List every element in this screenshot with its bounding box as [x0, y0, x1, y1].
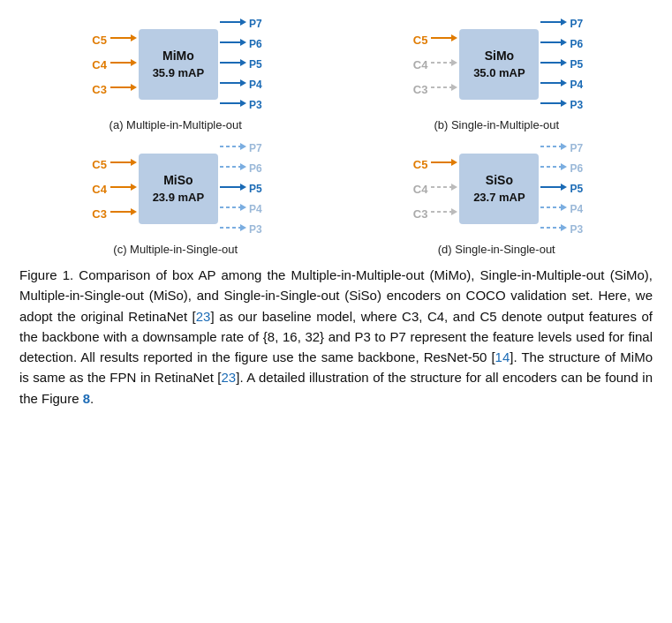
- output-label: P7: [570, 18, 583, 30]
- blue-arrow-icon: [220, 181, 246, 197]
- diagram-simo-wrapper: C5 C4 C3 SiMo35.0 mAP P7 P6 P5 P4 P3: [410, 16, 583, 113]
- input-row: C5: [410, 156, 457, 172]
- svg-marker-45: [240, 204, 246, 211]
- diagram-mimo-outputs: P7 P6 P5 P4 P3: [220, 16, 262, 113]
- input-label: C4: [410, 58, 427, 71]
- input-label: C5: [410, 34, 427, 47]
- svg-marker-43: [240, 184, 246, 191]
- blue-arrow-icon: [540, 181, 567, 197]
- input-label: C3: [89, 83, 107, 96]
- input-row: C4: [89, 56, 137, 72]
- diagram-miso-map: 23.9 mAP: [153, 190, 205, 206]
- input-label: C5: [89, 34, 107, 47]
- diagram-mimo-map: 35.9 mAP: [153, 65, 205, 81]
- input-label: C3: [89, 207, 107, 221]
- orange-arrow-icon: [110, 81, 137, 97]
- diagram-mimo: C5 C4 C3 MiMo35.9 mAP P7 P6 P5 P4 P3(a) …: [19, 16, 332, 131]
- output-label: P3: [249, 223, 262, 236]
- reference-link: 14: [495, 349, 510, 364]
- diagram-miso-caption: (c) Multiple-in-Single-out: [113, 243, 238, 256]
- svg-marker-55: [561, 143, 567, 150]
- svg-marker-13: [240, 79, 246, 86]
- svg-marker-57: [561, 163, 567, 170]
- orange-arrow-icon: [110, 181, 137, 197]
- output-label: P6: [570, 162, 583, 175]
- input-row: C3: [89, 81, 137, 97]
- output-label: P7: [249, 18, 262, 30]
- diagram-siso-caption: (d) Single-in-Single-out: [438, 243, 555, 256]
- dashed-arrow-icon: [431, 181, 457, 197]
- figure-paragraph: Figure 1. Comparison of box AP among the…: [19, 265, 653, 409]
- output-label: P7: [570, 142, 583, 154]
- svg-marker-53: [451, 208, 457, 215]
- blue-arrow-icon: [540, 97, 567, 113]
- dashed-blue-arrow-icon: [540, 221, 567, 237]
- svg-marker-39: [240, 143, 246, 150]
- diagram-simo-title: SiMo: [485, 48, 514, 65]
- output-label: P6: [249, 38, 262, 50]
- output-label: P7: [249, 142, 262, 154]
- svg-marker-1: [131, 34, 137, 41]
- output-label: P6: [570, 38, 583, 50]
- svg-marker-41: [240, 163, 246, 170]
- diagram-siso-outputs: P7 P6 P5 P4 P3: [540, 140, 583, 237]
- dashed-blue-arrow-icon: [220, 221, 246, 237]
- diagram-simo-box: SiMo35.0 mAP: [459, 29, 539, 100]
- dashed-arrow-icon: [431, 56, 457, 72]
- output-label: P5: [570, 183, 583, 195]
- input-row: C5: [89, 156, 137, 172]
- svg-marker-37: [131, 208, 137, 215]
- diagram-mimo-box: MiMo35.9 mAP: [139, 29, 218, 100]
- diagram-simo-inputs: C5 C4 C3: [410, 32, 457, 97]
- output-row: P3: [220, 221, 262, 237]
- dashed-blue-arrow-icon: [540, 201, 567, 217]
- svg-marker-7: [240, 19, 246, 26]
- orange-arrow-icon: [110, 156, 137, 172]
- svg-marker-5: [131, 84, 137, 91]
- input-row: C3: [410, 81, 457, 97]
- input-row: C3: [410, 206, 457, 221]
- dashed-blue-arrow-icon: [540, 161, 567, 176]
- svg-marker-29: [561, 79, 567, 86]
- output-label: P4: [249, 203, 262, 215]
- page: C5 C4 C3 MiMo35.9 mAP P7 P6 P5 P4 P3(a) …: [19, 16, 653, 409]
- output-row: P7: [540, 140, 583, 156]
- output-label: P3: [249, 99, 262, 111]
- input-label: C3: [410, 83, 427, 96]
- diagram-siso-wrapper: C5 C4 C3 SiSo23.7 mAP P7 P6 P5 P4 P3: [410, 140, 583, 237]
- svg-marker-23: [561, 19, 567, 26]
- blue-arrow-icon: [220, 36, 246, 52]
- blue-arrow-icon: [540, 16, 567, 32]
- blue-arrow-icon: [220, 77, 246, 93]
- output-row: P4: [540, 77, 583, 93]
- input-label: C5: [89, 158, 107, 171]
- blue-arrow-icon: [540, 77, 567, 93]
- output-label: P4: [249, 79, 262, 91]
- orange-arrow-icon: [110, 206, 137, 221]
- diagram-simo-caption: (b) Single-in-Multiple-out: [434, 118, 559, 131]
- output-row: P5: [540, 56, 583, 72]
- svg-marker-19: [451, 59, 457, 66]
- orange-arrow-icon: [431, 156, 457, 172]
- svg-marker-49: [451, 159, 457, 166]
- input-row: C5: [89, 32, 137, 48]
- input-row: C4: [410, 56, 457, 72]
- diagram-miso-box: MiSo23.9 mAP: [139, 154, 218, 224]
- diagram-mimo-title: MiMo: [162, 48, 194, 65]
- blue-arrow-icon: [220, 97, 246, 113]
- svg-marker-47: [240, 224, 246, 231]
- dashed-arrow-icon: [431, 206, 457, 221]
- svg-marker-35: [131, 184, 137, 191]
- diagram-miso-inputs: C5 C4 C3: [89, 156, 137, 221]
- orange-arrow-icon: [110, 56, 137, 72]
- diagram-siso-map: 23.7 mAP: [473, 190, 525, 206]
- output-row: P5: [220, 56, 262, 72]
- svg-marker-59: [561, 184, 567, 191]
- blue-arrow-icon: [220, 56, 246, 72]
- svg-marker-3: [131, 59, 137, 66]
- diagram-simo: C5 C4 C3 SiMo35.0 mAP P7 P6 P5 P4 P3(b) …: [341, 16, 653, 131]
- output-row: P6: [220, 161, 262, 176]
- output-row: P4: [220, 77, 262, 93]
- diagram-miso-outputs: P7 P6 P5 P4 P3: [220, 140, 262, 237]
- output-label: P4: [570, 79, 583, 91]
